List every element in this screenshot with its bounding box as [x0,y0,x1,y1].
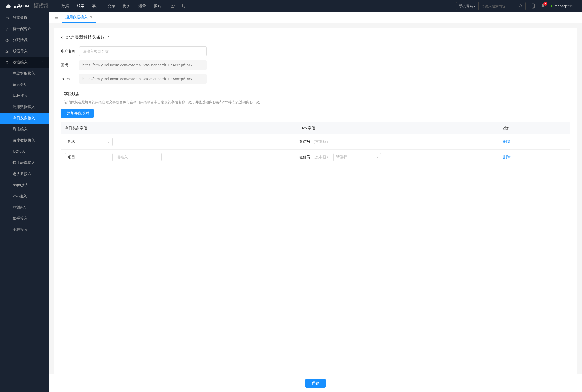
save-button[interactable]: 保存 [305,379,326,388]
sidebar-sub-item[interactable]: 快手表单接入 [0,157,49,168]
toutiao-field-select[interactable]: 项目⌄ [65,153,113,161]
main-area: ☰ 通用数据接入 ✕ 北京昱新科技头条账户 账户名称 密钥 [49,12,582,392]
secret-label: 密钥 [61,63,79,67]
table-row: 姓名⌄微信号（文本框）删除 [61,134,570,150]
chevron-down-icon: ⌄ [108,140,110,143]
nav-item[interactable]: 公海 [108,4,115,8]
sidebar-sub-item[interactable]: UC接入 [0,146,49,157]
svg-point-3 [533,7,533,8]
chevron-icon: ⌃ [41,61,44,64]
crm-field-hint: （文本框） [311,139,330,144]
sidebar-icon: ⇲ [5,49,10,53]
notification-bell[interactable]: 5 [541,4,545,8]
sidebar-item[interactable]: ⇲线索导入 [0,46,49,57]
user-menu[interactable]: manager11 ▾ [551,4,577,8]
delete-link[interactable]: 删除 [503,139,511,144]
column-actions: 操作 [499,122,570,134]
sidebar-icon: ◔ [5,38,10,42]
field-extra-input[interactable] [114,153,162,161]
nav-item[interactable]: 数据 [61,4,69,8]
nav-item[interactable]: 运营 [138,4,146,8]
sidebar-item[interactable]: ⚙线索接入⌃ [0,57,49,68]
sidebar-item-label: 线索导入 [13,49,28,54]
user-add-icon[interactable] [171,4,175,8]
tab-bar: ☰ 通用数据接入 ✕ [49,12,582,23]
sidebar-icon: ▭ [5,16,10,20]
sidebar-sub-item[interactable]: oppo接入 [0,180,49,191]
delete-link[interactable]: 删除 [503,155,511,159]
sidebar-sub-item[interactable]: 知乎接入 [0,213,49,224]
token-input[interactable] [79,74,207,84]
chevron-left-icon [61,35,64,40]
nav-item[interactable]: 财务 [123,4,130,8]
crm-field-hint: （文本框） [311,155,330,159]
chevron-down-icon: ⌄ [108,156,110,159]
sidebar-sub-item[interactable]: vivo接入 [0,191,49,202]
field-mapping-hint: 请确保您在此填写的头条自定义字段名称与在今日头条平台中自定义的字段名称一致，并且… [61,100,570,105]
crm-option-select[interactable]: 请选择⌄ [333,153,381,161]
search-icon [518,4,523,8]
sidebar-sub-item[interactable]: 今日头条接入 [0,113,49,124]
chevron-down-icon: ⌄ [376,156,378,159]
sidebar-item[interactable]: ▭线索查询 [0,12,49,23]
sidebar-sub-item[interactable]: 留言分组 [0,79,49,90]
sidebar-item-label: 线索查询 [13,15,28,20]
page-title: 北京昱新科技头条账户 [66,35,109,40]
sidebar-item[interactable]: ▽待分配客户 [0,23,49,35]
column-toutiao-field: 今日头条字段 [61,122,295,134]
sidebar-sub-item[interactable]: 通用数据接入 [0,101,49,113]
nav-item[interactable]: 客户 [92,4,100,8]
sidebar-sub-item[interactable]: 趣头条接入 [0,168,49,180]
chevron-down-icon: ▾ [575,5,577,8]
logo-subtitle-2: 式服务云平台 [34,6,48,9]
sidebar-sub-item[interactable]: 在线客服接入 [0,68,49,79]
svg-point-1 [519,5,521,7]
toutiao-field-select[interactable]: 姓名⌄ [65,138,113,146]
field-mapping-title: 字段映射 [61,92,570,97]
crm-field-label: 微信号 [299,139,310,144]
logo: 云朵CRM 教育机构一站 式服务云平台 [5,3,48,9]
sidebar-icon: ▽ [5,27,10,31]
tab-active[interactable]: 通用数据接入 ✕ [62,12,96,23]
table-row: 项目⌄ 微信号（文本框） 请选择⌄删除 [61,150,570,165]
field-mapping-table: 今日头条字段 CRM字段 操作 姓名⌄微信号（文本框）删除项目⌄ 微信号（文本框… [61,122,570,165]
sidebar-item[interactable]: ◔分配情况 [0,35,49,46]
sidebar-sub-item[interactable]: 网校接入 [0,90,49,101]
top-nav: 数据线索客户公海财务运营报名 [61,4,161,8]
search-group: 手机号码 ▾ [456,2,526,10]
sidebar: ▭线索查询▽待分配客户◔分配情况⇲线索导入⚙线索接入⌃在线客服接入留言分组网校接… [0,12,49,392]
column-crm-field: CRM字段 [295,122,499,134]
username-label: manager11 [554,4,573,8]
chevron-down-icon: ▾ [474,4,476,8]
search-type-label: 手机号码 [459,4,473,8]
sidebar-item-label: 待分配客户 [13,27,31,31]
sidebar-sub-item[interactable]: B站接入 [0,202,49,213]
mobile-icon[interactable] [531,3,535,9]
back-button[interactable] [61,35,64,40]
close-icon[interactable]: ✕ [90,15,92,19]
account-name-label: 账户名称 [61,49,79,54]
phone-icon[interactable] [181,4,185,8]
tab-menu-icon[interactable]: ☰ [52,15,62,20]
nav-item[interactable]: 报名 [154,4,161,8]
status-dot-icon [551,5,552,7]
sidebar-icon: ⚙ [5,60,10,65]
sidebar-sub-item[interactable]: 腾讯接入 [0,124,49,135]
account-name-input[interactable] [79,46,207,56]
secret-input[interactable] [79,60,207,70]
sidebar-sub-item[interactable]: 百度数据接入 [0,135,49,146]
sidebar-sub-item[interactable]: 美柚接入 [0,224,49,235]
cloud-logo-icon [5,3,12,9]
sidebar-item-label: 线索接入 [13,60,28,65]
search-type-select[interactable]: 手机号码 ▾ [456,2,479,10]
app-header: 云朵CRM 教育机构一站 式服务云平台 数据线索客户公海财务运营报名 手机号码 … [0,0,582,12]
notification-badge: 5 [543,2,548,6]
svg-point-0 [172,5,173,6]
search-input[interactable] [479,4,516,8]
footer-bar: 保存 [49,374,582,392]
nav-item[interactable]: 线索 [77,4,84,8]
add-field-mapping-button[interactable]: +添加字段映射 [61,109,94,118]
search-button[interactable] [516,4,525,8]
token-label: token [61,77,79,81]
logo-title: 云朵CRM [13,4,29,8]
